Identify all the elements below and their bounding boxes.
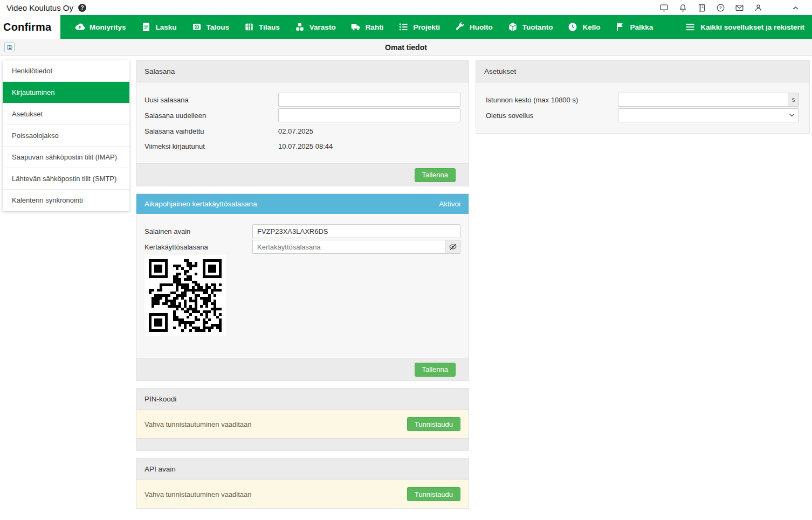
nav-item-rahti[interactable]: Rahti (350, 22, 384, 32)
notifications-bell-icon[interactable] (678, 3, 687, 12)
nav-item-label: Lasku (156, 23, 177, 31)
toggle-otp-visibility-button[interactable] (445, 240, 460, 254)
boxes-icon (294, 22, 305, 32)
password-panel-footer: Tallenna (136, 163, 469, 186)
sidebar-item-asetukset[interactable]: Asetukset (3, 103, 129, 125)
default-app-label: Oletus sovellus (486, 112, 618, 120)
sidebar-item-imap[interactable]: Saapuvan sähköpostin tilit (IMAP) (3, 147, 129, 168)
clock-icon (567, 22, 578, 32)
password-changed-label: Salasana vaihdettu (144, 127, 278, 135)
sidebar-item-kirjautuminen[interactable]: Kirjautuminen (3, 82, 129, 103)
nav-item-kello[interactable]: Kello (567, 22, 600, 32)
password-panel: Salasana Uusi salasana Salasana uudellee… (136, 60, 469, 186)
api-warning-text: Vahva tunnistautuminen vaaditaan (144, 490, 252, 498)
help-circle-icon[interactable]: ? (715, 3, 725, 12)
nav-item-label: Tuotanto (522, 23, 553, 31)
totp-panel-header: Aikapohjainen kertakäyttösalasana Aktivo… (136, 194, 469, 214)
menu-icon (685, 22, 696, 32)
api-key-panel: API avain Vahva tunnistautuminen vaadita… (136, 458, 469, 509)
nav-item-tuotanto[interactable]: Tuotanto (507, 22, 553, 32)
flag-icon (615, 22, 625, 32)
settings-panel-title: Asetukset (476, 61, 809, 82)
journal-book-icon[interactable] (697, 3, 706, 12)
svg-text:?: ? (719, 5, 722, 10)
nav-item-huolto[interactable]: Huolto (455, 22, 493, 32)
sidebar-item-smtp[interactable]: Lähtevän sähköpostin tilit (SMTP) (3, 168, 129, 190)
qr-code (144, 255, 226, 336)
default-app-select[interactable] (618, 108, 799, 122)
settings-panel-body: Istunnon kesto (max 10800 s) s Oletus so… (476, 82, 809, 133)
repeat-password-input[interactable] (278, 108, 460, 122)
nav-item-tilaus[interactable]: Tilaus (244, 22, 280, 32)
eye-off-icon (449, 242, 457, 251)
nav-item-label: Varasto (309, 23, 336, 31)
session-length-input[interactable] (618, 93, 788, 107)
nav-item-label: Talous (207, 23, 230, 31)
pin-authenticate-button[interactable]: Tunnistaudu (407, 417, 460, 431)
nav-item-label: Kello (582, 23, 600, 31)
secret-key-row: Salainen avain (144, 224, 460, 239)
password-changed-row: Salasana vaihdettu 02.07.2025 (144, 123, 460, 138)
sidebar-item-kalenterin-synkronointi[interactable]: Kalenterin synkronointi (3, 190, 129, 211)
sidebar: Henkilötiedot Kirjautuminen Asetukset Po… (3, 60, 129, 211)
invoice-icon (141, 22, 152, 32)
brand-logo[interactable]: Confirma (0, 15, 60, 39)
pin-panel: PIN-koodi Vahva tunnistautuminen vaadita… (136, 388, 469, 451)
nav-item-projekti[interactable]: Projekti (398, 22, 440, 32)
session-length-label: Istunnon kesto (max 10800 s) (486, 96, 618, 104)
default-app-row: Oletus sovellus (486, 108, 799, 123)
session-length-suffix: s (788, 93, 799, 107)
all-apps-menu[interactable]: Kaikki sovellukset ja rekisterit (685, 22, 804, 32)
main-navbar: Confirma Moniyritys Lasku Talous Tilaus … (0, 15, 812, 39)
new-password-input[interactable] (278, 93, 460, 107)
display-icon[interactable] (659, 3, 669, 12)
totp-panel-title: Aikapohjainen kertakäyttösalasana (144, 200, 257, 208)
totp-activate-link[interactable]: Aktivoi (439, 200, 460, 208)
nav-item-talous[interactable]: Talous (191, 22, 230, 32)
truck-icon (350, 22, 361, 32)
secret-key-label: Salainen avain (144, 227, 252, 235)
all-apps-label: Kaikki sovellukset ja rekisterit (700, 23, 804, 31)
sidebar-item-poissaolojakso[interactable]: Poissaolojakso (3, 125, 129, 147)
sidebar-item-henkilotiedot[interactable]: Henkilötiedot (3, 60, 129, 82)
last-login-row: Viimeksi kirjautunut 10.07.2025 08:44 (144, 138, 460, 154)
password-panel-body: Uusi salasana Salasana uudelleen Salasan… (136, 82, 469, 163)
password-save-button[interactable]: Tallenna (415, 168, 456, 182)
task-list-icon (398, 22, 409, 32)
repeat-password-label: Salasana uudelleen (144, 112, 278, 120)
nav-item-moniyritys[interactable]: Moniyritys (74, 22, 126, 32)
settings-panel: Asetukset Istunnon kesto (max 10800 s) s… (476, 60, 810, 134)
totp-panel: Aikapohjainen kertakäyttösalasana Aktivo… (136, 193, 469, 381)
nav-items: Moniyritys Lasku Talous Tilaus Varasto R… (74, 22, 653, 32)
totp-panel-body: Salainen avain Kertakäyttösalasana (136, 214, 469, 358)
collapse-chevron-up-icon[interactable] (790, 3, 800, 12)
user-icon[interactable] (753, 3, 763, 12)
nav-item-label: Huolto (470, 23, 493, 31)
otp-input[interactable] (252, 240, 445, 254)
cube-icon (507, 22, 518, 32)
grid-icon (244, 22, 254, 32)
nav-item-varasto[interactable]: Varasto (294, 22, 336, 32)
password-changed-value: 02.07.2025 (278, 127, 313, 135)
nav-item-label: Moniyritys (90, 23, 126, 31)
secret-key-input[interactable] (252, 224, 460, 238)
pin-panel-footer (136, 438, 469, 450)
last-login-label: Viimeksi kirjautunut (144, 142, 278, 150)
nav-item-lasku[interactable]: Lasku (141, 22, 177, 32)
save-view-icon[interactable] (4, 42, 15, 52)
wrench-icon (455, 22, 465, 32)
company-help-icon[interactable]: ? (78, 4, 86, 12)
mail-icon[interactable] (734, 3, 744, 12)
company-name: Video Koulutus Oy (6, 3, 73, 12)
new-password-row: Uusi salasana (144, 92, 460, 107)
coin-icon (191, 22, 202, 32)
new-password-label: Uusi salasana (144, 96, 278, 104)
totp-save-button[interactable]: Tallenna (415, 363, 456, 377)
pin-warning-text: Vahva tunnistautuminen vaaditaan (144, 420, 252, 428)
nav-item-label: Palkka (630, 23, 653, 31)
nav-item-palkka[interactable]: Palkka (615, 22, 653, 32)
session-length-row: Istunnon kesto (max 10800 s) s (486, 92, 799, 107)
api-warning-body: Vahva tunnistautuminen vaaditaan Tunnist… (136, 480, 469, 508)
api-authenticate-button[interactable]: Tunnistaudu (407, 487, 460, 501)
pin-warning-body: Vahva tunnistautuminen vaaditaan Tunnist… (136, 410, 469, 438)
